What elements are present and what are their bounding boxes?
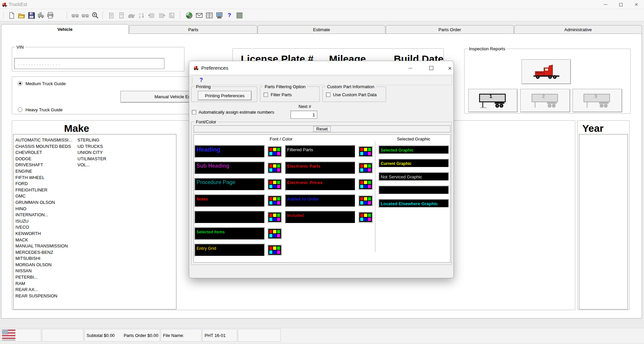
dialog-minimize-button[interactable] — [405, 64, 415, 72]
list-item[interactable]: CHASSIS MOUNTED BEDS — [13, 144, 72, 150]
not-serviced-graphic-style-box[interactable]: Not Serviced Graphic — [379, 172, 449, 181]
maximize-button[interactable] — [613, 0, 629, 9]
email-icon[interactable] — [195, 11, 204, 20]
list-item[interactable]: ISUZU — [13, 219, 72, 225]
current-graphic-style-box[interactable]: Current Graphic — [379, 159, 449, 168]
list-item[interactable]: IVECO — [13, 225, 72, 231]
list-item[interactable]: NISSAN — [13, 268, 72, 275]
list-item[interactable]: REAR AX... — [13, 287, 72, 293]
zoom-icon[interactable] — [91, 11, 100, 20]
print-icon[interactable] — [46, 11, 55, 20]
list-item[interactable]: REAR SUSPENSION — [13, 293, 72, 300]
new-document-icon[interactable] — [7, 11, 16, 20]
color-swatch-button[interactable] — [268, 146, 282, 157]
color-swatch-button[interactable] — [268, 245, 282, 255]
list-item[interactable]: MACK — [13, 237, 72, 244]
tab-administrative[interactable]: Administrative — [514, 25, 642, 34]
list-item[interactable]: INTERNATION... — [13, 212, 72, 219]
list-item[interactable]: FORD — [13, 181, 72, 187]
use-custom-part-data-checkbox[interactable] — [326, 93, 330, 97]
color-swatch-button[interactable] — [268, 163, 282, 173]
included-style-box[interactable]: Included — [285, 211, 356, 224]
tab-estimate[interactable]: Estimate — [258, 25, 385, 34]
color-swatch-button[interactable] — [268, 179, 282, 190]
list-item[interactable]: GMC — [13, 193, 72, 200]
trailer-3-report-button[interactable]: 3 — [573, 89, 622, 112]
color-swatch-button[interactable] — [359, 179, 373, 190]
color-swatch-button[interactable] — [268, 228, 282, 239]
auto-assign-checkbox[interactable] — [192, 110, 196, 114]
color-swatch-button[interactable] — [268, 212, 282, 223]
list-item[interactable]: CHEVROLET — [13, 150, 72, 156]
list-item[interactable]: FIFTH WHEEL — [13, 175, 72, 181]
list-item[interactable]: STERLING — [75, 137, 106, 144]
color-swatch-button[interactable] — [359, 146, 373, 157]
sort-az-icon[interactable]: AZ — [137, 11, 146, 20]
truck-compare-1-icon[interactable] — [70, 11, 80, 20]
added-to-order-style-box[interactable]: Added to Order — [285, 194, 356, 207]
located-elsewhere-graphic-style-box[interactable]: Located Elsewhere Graphic — [379, 199, 449, 208]
trailer-1-report-button[interactable]: 1 — [468, 89, 518, 112]
tractor-report-button[interactable] — [522, 59, 571, 84]
entry-grid-style-box[interactable]: Entry Grid — [195, 244, 265, 256]
medium-truck-guide-radio[interactable] — [18, 81, 22, 86]
list-item[interactable]: AUTOMATIC TRANSMISSI... — [13, 137, 72, 144]
list-item[interactable]: UNION CITY — [75, 150, 106, 156]
list-item[interactable]: MITSUBISHI — [13, 256, 72, 262]
list-item[interactable]: VOL... — [75, 162, 106, 169]
list-item[interactable]: UTILIMASTER — [75, 156, 106, 163]
empty-style-box[interactable] — [195, 211, 265, 224]
graphic-next-icon[interactable] — [157, 11, 166, 20]
color-swatch-button[interactable] — [359, 212, 373, 223]
list-item[interactable]: MERCEDES-BENZ — [13, 250, 72, 256]
selected-graphic-style-box[interactable]: Selected Graphic — [379, 146, 449, 154]
trailer-2-report-button[interactable]: 2 — [520, 89, 570, 112]
vin-input[interactable]: . . . . . . . . . . . . . . . . — [14, 58, 164, 69]
list-item[interactable]: RAM — [13, 281, 72, 287]
parts-cd-icon[interactable] — [184, 11, 194, 20]
list-item[interactable]: MORGAN OLSON — [13, 262, 72, 269]
make-listbox[interactable]: AUTOMATIC TRANSMISSI...CHASSIS MOUNTED B… — [13, 134, 176, 309]
minimize-button[interactable] — [598, 0, 613, 9]
electronic-parts-style-box[interactable]: Electronic Parts — [285, 162, 356, 174]
list-item[interactable]: PETERBI... — [13, 275, 72, 281]
heading-style-box[interactable]: Heading — [195, 145, 265, 158]
sub-heading-style-box[interactable]: Sub Heading — [195, 162, 265, 174]
tab-parts-order[interactable]: Parts Order — [386, 25, 514, 34]
vehicle-search-icon[interactable] — [127, 11, 136, 20]
computer-icon[interactable] — [215, 11, 224, 20]
selected-items-style-box[interactable]: Selected Items — [195, 227, 265, 240]
color-swatch-button[interactable] — [359, 195, 373, 206]
empty-graphic-style-box[interactable] — [379, 186, 449, 194]
heavy-truck-guide-radio[interactable] — [18, 107, 22, 112]
electronic-prices-style-box[interactable]: Electronic Prices — [285, 178, 356, 191]
list-item[interactable]: UD TRUCKS — [75, 144, 106, 150]
help-icon[interactable]: ? — [225, 11, 234, 20]
truck-compare-2-icon[interactable] — [80, 11, 90, 20]
parts-table-icon[interactable] — [205, 11, 214, 20]
list-item[interactable]: KENWORTH — [13, 231, 72, 237]
color-swatch-icon[interactable] — [235, 11, 244, 20]
color-swatch-button[interactable] — [359, 163, 373, 173]
dialog-help-icon[interactable]: ? — [200, 77, 203, 83]
list-item[interactable]: ENGINE — [13, 169, 72, 175]
export-document-icon[interactable] — [107, 11, 116, 20]
save-vehicle-icon[interactable] — [36, 11, 46, 20]
list-item[interactable]: GRUMMAN OLSON — [13, 200, 72, 206]
document-icon[interactable] — [117, 11, 126, 20]
page-setup-icon[interactable]: , — [167, 11, 176, 20]
filter-parts-checkbox[interactable] — [264, 93, 268, 97]
list-item[interactable]: MANUAL TRANSMISSION — [13, 243, 72, 250]
notes-style-box[interactable]: Notes — [195, 194, 265, 207]
list-item[interactable]: HINO — [13, 206, 72, 213]
list-item[interactable]: DODGE — [13, 156, 72, 163]
tab-vehicle[interactable]: Vehicle — [1, 24, 129, 34]
filtered-parts-style-box[interactable]: Filtered Parts — [285, 145, 356, 158]
open-file-icon[interactable] — [17, 11, 26, 20]
graphic-previous-icon[interactable] — [147, 11, 156, 20]
dialog-maximize-button[interactable] — [426, 64, 436, 72]
list-item[interactable]: FREIGHTLINER — [13, 187, 72, 194]
tab-parts[interactable]: Parts — [129, 25, 257, 34]
next-number-input[interactable]: 1 — [290, 111, 317, 119]
reset-button[interactable]: Reset — [194, 125, 450, 132]
